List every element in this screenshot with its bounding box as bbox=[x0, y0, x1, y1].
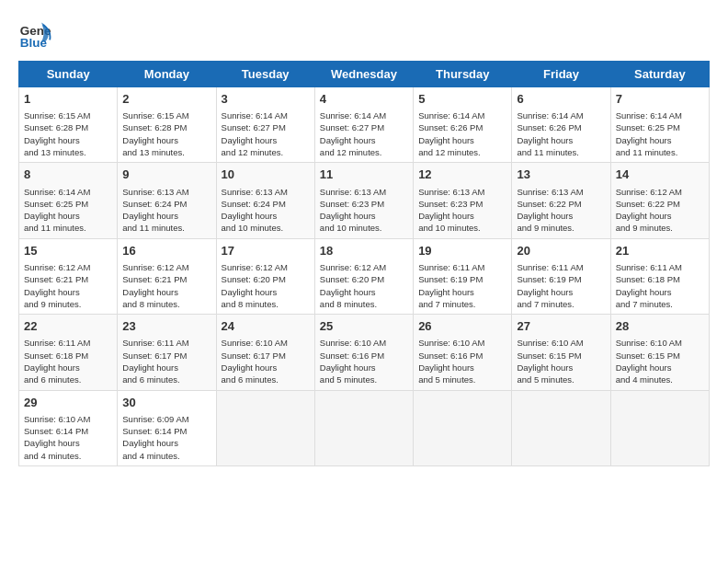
daylight-label: Daylight hours bbox=[222, 135, 278, 145]
day-number: 15 bbox=[24, 243, 112, 259]
calendar-cell: 3Sunrise: 6:14 AMSunset: 6:27 PMDaylight… bbox=[216, 87, 314, 163]
daylight-value: and 12 minutes. bbox=[418, 147, 481, 157]
sunset-label: Sunset: 6:21 PM bbox=[24, 274, 88, 284]
sunrise-label: Sunrise: 6:10 AM bbox=[320, 338, 386, 348]
daylight-label: Daylight hours bbox=[418, 135, 474, 145]
sunset-label: Sunset: 6:21 PM bbox=[122, 274, 187, 284]
day-number: 22 bbox=[24, 318, 112, 335]
weekday-header-wednesday: Wednesday bbox=[314, 62, 413, 87]
day-number: 4 bbox=[320, 91, 408, 108]
calendar-cell: 7Sunrise: 6:14 AMSunset: 6:25 PMDaylight… bbox=[610, 87, 709, 163]
calendar-cell: 9Sunrise: 6:13 AMSunset: 6:24 PMDaylight… bbox=[118, 163, 216, 238]
calendar-cell: 8Sunrise: 6:14 AMSunset: 6:25 PMDaylight… bbox=[19, 163, 118, 238]
daylight-value: and 4 minutes. bbox=[24, 451, 81, 461]
day-info: Sunrise: 6:10 AMSunset: 6:15 PMDaylight … bbox=[517, 337, 605, 385]
sunrise-label: Sunrise: 6:13 AM bbox=[517, 187, 583, 197]
day-number: 12 bbox=[418, 167, 506, 183]
weekday-header-friday: Friday bbox=[512, 62, 610, 87]
sunrise-label: Sunrise: 6:13 AM bbox=[320, 187, 386, 197]
sunset-label: Sunset: 6:20 PM bbox=[320, 274, 384, 284]
sunset-label: Sunset: 6:18 PM bbox=[24, 350, 88, 361]
week-row-4: 22Sunrise: 6:11 AMSunset: 6:18 PMDayligh… bbox=[19, 315, 710, 390]
sunset-label: Sunset: 6:24 PM bbox=[222, 199, 286, 209]
day-number: 27 bbox=[517, 318, 605, 335]
weekday-header-sunday: Sunday bbox=[19, 62, 118, 87]
daylight-label: Daylight hours bbox=[122, 362, 178, 373]
day-number: 7 bbox=[616, 91, 704, 108]
daylight-value: and 8 minutes. bbox=[320, 299, 377, 309]
day-info: Sunrise: 6:14 AMSunset: 6:26 PMDaylight … bbox=[418, 109, 506, 158]
calendar-cell: 28Sunrise: 6:10 AMSunset: 6:15 PMDayligh… bbox=[610, 315, 709, 390]
sunrise-label: Sunrise: 6:11 AM bbox=[122, 338, 188, 348]
day-info: Sunrise: 6:13 AMSunset: 6:23 PMDaylight … bbox=[320, 186, 408, 235]
calendar-cell: 13Sunrise: 6:13 AMSunset: 6:22 PMDayligh… bbox=[512, 163, 610, 238]
calendar-cell: 29Sunrise: 6:10 AMSunset: 6:14 PMDayligh… bbox=[19, 390, 118, 465]
day-info: Sunrise: 6:11 AMSunset: 6:17 PMDaylight … bbox=[122, 337, 210, 385]
day-info: Sunrise: 6:11 AMSunset: 6:18 PMDaylight … bbox=[24, 337, 112, 385]
weekday-header-monday: Monday bbox=[118, 62, 216, 87]
day-number: 10 bbox=[222, 167, 310, 183]
daylight-label: Daylight hours bbox=[517, 362, 573, 373]
week-row-2: 8Sunrise: 6:14 AMSunset: 6:25 PMDaylight… bbox=[19, 163, 710, 238]
day-number: 20 bbox=[517, 243, 605, 259]
daylight-value: and 6 minutes. bbox=[24, 374, 81, 385]
daylight-label: Daylight hours bbox=[122, 438, 178, 448]
calendar-cell: 21Sunrise: 6:11 AMSunset: 6:18 PMDayligh… bbox=[610, 238, 709, 314]
calendar-cell: 24Sunrise: 6:10 AMSunset: 6:17 PMDayligh… bbox=[216, 315, 314, 390]
day-info: Sunrise: 6:14 AMSunset: 6:27 PMDaylight … bbox=[222, 109, 310, 158]
day-number: 24 bbox=[222, 318, 310, 335]
daylight-label: Daylight hours bbox=[320, 287, 376, 297]
daylight-value: and 9 minutes. bbox=[24, 299, 81, 309]
day-info: Sunrise: 6:11 AMSunset: 6:19 PMDaylight … bbox=[418, 261, 506, 310]
day-number: 21 bbox=[616, 243, 704, 259]
sunset-label: Sunset: 6:25 PM bbox=[24, 199, 88, 209]
day-number: 2 bbox=[122, 91, 210, 108]
day-number: 13 bbox=[517, 167, 605, 183]
sunset-label: Sunset: 6:14 PM bbox=[122, 426, 187, 436]
day-info: Sunrise: 6:10 AMSunset: 6:14 PMDaylight … bbox=[24, 413, 112, 462]
day-info: Sunrise: 6:10 AMSunset: 6:16 PMDaylight … bbox=[418, 337, 506, 385]
sunset-label: Sunset: 6:26 PM bbox=[517, 122, 581, 132]
daylight-value: and 10 minutes. bbox=[418, 223, 481, 233]
sunset-label: Sunset: 6:28 PM bbox=[122, 122, 187, 132]
daylight-value: and 7 minutes. bbox=[418, 299, 475, 309]
weekday-header-tuesday: Tuesday bbox=[216, 62, 314, 87]
sunset-label: Sunset: 6:19 PM bbox=[418, 274, 483, 284]
day-number: 29 bbox=[24, 395, 112, 411]
day-info: Sunrise: 6:11 AMSunset: 6:18 PMDaylight … bbox=[616, 261, 704, 310]
daylight-value: and 11 minutes. bbox=[122, 223, 185, 233]
sunrise-label: Sunrise: 6:12 AM bbox=[222, 262, 288, 272]
calendar-cell bbox=[314, 390, 413, 465]
day-info: Sunrise: 6:11 AMSunset: 6:19 PMDaylight … bbox=[517, 261, 605, 310]
sunrise-label: Sunrise: 6:12 AM bbox=[320, 262, 386, 272]
daylight-label: Daylight hours bbox=[418, 362, 474, 373]
daylight-label: Daylight hours bbox=[616, 211, 672, 221]
sunrise-label: Sunrise: 6:15 AM bbox=[24, 110, 90, 121]
daylight-value: and 7 minutes. bbox=[616, 299, 673, 309]
day-number: 30 bbox=[122, 395, 210, 411]
sunset-label: Sunset: 6:26 PM bbox=[418, 122, 483, 132]
calendar-cell: 25Sunrise: 6:10 AMSunset: 6:16 PMDayligh… bbox=[314, 315, 413, 390]
calendar-cell: 17Sunrise: 6:12 AMSunset: 6:20 PMDayligh… bbox=[216, 238, 314, 314]
daylight-label: Daylight hours bbox=[616, 135, 672, 145]
day-number: 6 bbox=[517, 91, 605, 108]
day-info: Sunrise: 6:15 AMSunset: 6:28 PMDaylight … bbox=[24, 109, 112, 158]
weekday-header-saturday: Saturday bbox=[610, 62, 709, 87]
logo-icon: General Blue bbox=[18, 18, 51, 52]
daylight-value: and 11 minutes. bbox=[517, 147, 579, 157]
sunrise-label: Sunrise: 6:10 AM bbox=[222, 338, 288, 348]
daylight-label: Daylight hours bbox=[418, 287, 474, 297]
daylight-label: Daylight hours bbox=[24, 211, 80, 221]
sunrise-label: Sunrise: 6:14 AM bbox=[418, 110, 484, 121]
sunset-label: Sunset: 6:15 PM bbox=[517, 350, 581, 361]
daylight-value: and 13 minutes. bbox=[122, 147, 185, 157]
sunset-label: Sunset: 6:23 PM bbox=[320, 199, 384, 209]
sunrise-label: Sunrise: 6:12 AM bbox=[122, 262, 188, 272]
day-number: 19 bbox=[418, 243, 506, 259]
daylight-value: and 6 minutes. bbox=[122, 374, 179, 385]
daylight-value: and 9 minutes. bbox=[616, 223, 673, 233]
week-row-5: 29Sunrise: 6:10 AMSunset: 6:14 PMDayligh… bbox=[19, 390, 710, 465]
sunrise-label: Sunrise: 6:09 AM bbox=[122, 414, 188, 424]
daylight-value: and 8 minutes. bbox=[222, 299, 279, 309]
calendar-cell: 5Sunrise: 6:14 AMSunset: 6:26 PMDaylight… bbox=[414, 87, 512, 163]
